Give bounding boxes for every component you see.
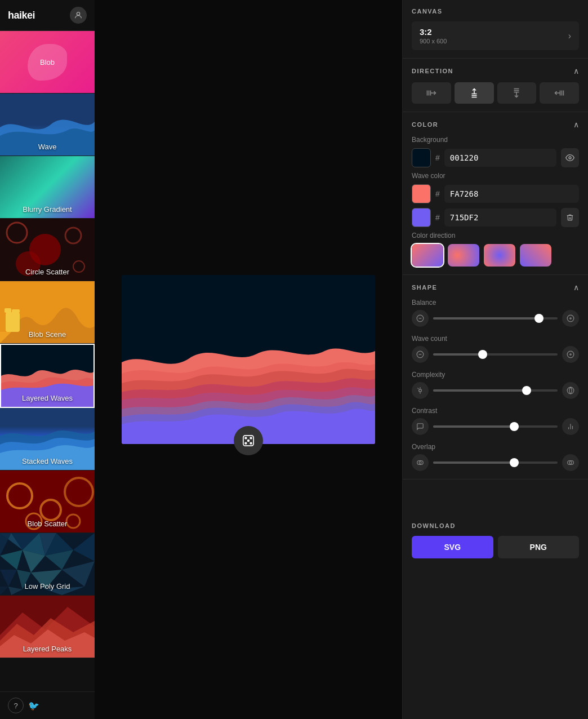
shape-section-title: SHAPE <box>412 284 437 291</box>
app-logo: haikei <box>8 10 35 21</box>
sidebar-item-low-poly-grid[interactable]: Low Poly Grid <box>0 533 95 596</box>
canvas-section-title: CANVAS <box>412 8 443 15</box>
balance-slider[interactable] <box>433 317 558 319</box>
svg-point-10 <box>41 500 61 520</box>
svg-point-37 <box>248 440 250 442</box>
download-svg-button[interactable]: SVG <box>412 536 493 558</box>
contrast-max-icon <box>562 418 579 435</box>
contrast-slider[interactable] <box>433 425 558 428</box>
color-dir-option-4[interactable] <box>520 244 551 267</box>
download-png-button[interactable]: PNG <box>498 536 580 558</box>
user-avatar-button[interactable] <box>70 7 87 24</box>
sidebar-item-blob-scene[interactable]: Blob Scene <box>0 281 95 344</box>
randomize-button[interactable] <box>234 426 263 455</box>
sidebar-item-label-blob-scene: Blob Scene <box>0 330 95 339</box>
preview-svg <box>122 275 375 444</box>
ratio-arrow-icon: › <box>568 31 571 41</box>
svg-marker-23 <box>73 533 95 561</box>
sidebar-item-layered-waves[interactable]: Layered Waves <box>0 344 95 408</box>
direction-up-button[interactable] <box>455 82 494 104</box>
sidebar: haikei Blob Wave B <box>0 0 95 719</box>
svg-point-34 <box>250 437 252 439</box>
sidebar-item-stacked-waves[interactable]: Stacked Waves <box>0 408 95 471</box>
sidebar-item-wave[interactable]: Wave <box>0 94 95 156</box>
color-dir-option-2[interactable] <box>448 244 479 267</box>
twitter-button[interactable]: 🐦 <box>28 698 39 713</box>
balance-slider-container <box>412 310 579 327</box>
contrast-slider-container <box>412 418 579 435</box>
sidebar-item-blob[interactable]: Blob <box>0 31 95 94</box>
sidebar-header: haikei <box>0 0 95 31</box>
sidebar-item-blob-scatter[interactable]: Blob Scatter <box>0 471 95 533</box>
direction-buttons <box>412 82 579 104</box>
svg-point-35 <box>245 442 247 444</box>
balance-min-icon <box>412 310 429 327</box>
wave-color-input-1[interactable] <box>444 185 579 203</box>
shape-section: SHAPE ∧ Balance <box>403 275 588 480</box>
svg-marker-20 <box>0 550 23 570</box>
canvas-ratio-row[interactable]: 3:2 900 x 600 › <box>412 21 579 50</box>
sidebar-item-layered-peaks[interactable]: Layered Peaks <box>0 596 95 658</box>
wave-count-max-button[interactable] <box>562 346 579 363</box>
sidebar-item-label-layered-waves: Layered Waves <box>1 394 93 402</box>
wave-count-min-button[interactable] <box>412 346 429 363</box>
download-title: DOWNLOAD <box>412 522 579 529</box>
complexity-slider[interactable] <box>433 389 558 392</box>
ratio-dims: 900 x 600 <box>420 38 447 45</box>
svg-point-65 <box>419 389 422 392</box>
wave-color-row-2: # <box>412 208 579 227</box>
sidebar-item-label-blurry: Blurry Gradient <box>0 205 95 214</box>
overlap-label: Overlap <box>412 443 579 451</box>
svg-point-33 <box>245 437 247 439</box>
direction-down-button[interactable] <box>497 82 537 104</box>
direction-section: DIRECTION ∧ <box>403 59 588 112</box>
direction-title: DIRECTION <box>412 68 453 74</box>
sidebar-item-label-wave: Wave <box>0 143 95 151</box>
shape-chevron-icon[interactable]: ∧ <box>573 283 579 292</box>
wave-hash-2: # <box>435 213 440 222</box>
overlap-control: Overlap <box>412 443 579 471</box>
sidebar-item-circle-scatter[interactable]: Circle Scatter <box>0 219 95 281</box>
svg-marker-17 <box>0 533 11 556</box>
sidebar-item-label-layered-peaks: Layered Peaks <box>0 645 95 653</box>
complexity-max-icon <box>562 382 579 399</box>
background-color-swatch[interactable] <box>412 148 431 167</box>
wave-color-swatch-2[interactable] <box>412 208 431 227</box>
color-dir-option-1[interactable] <box>412 244 443 267</box>
color-section: COLOR ∧ Background # Wave color # # <box>403 112 588 275</box>
svg-point-54 <box>569 157 571 159</box>
sidebar-footer: ? 🐦 <box>0 691 95 719</box>
wave-count-control: Wave count <box>412 335 579 363</box>
svg-line-68 <box>417 388 418 389</box>
direction-header: DIRECTION ∧ <box>412 66 579 76</box>
download-section: DOWNLOAD SVG PNG <box>403 513 588 567</box>
delete-color-button[interactable] <box>561 208 579 227</box>
sidebar-item-label-low-poly: Low Poly Grid <box>0 582 95 591</box>
direction-chevron-icon[interactable]: ∧ <box>573 66 579 76</box>
canvas-wrapper <box>122 275 375 444</box>
direction-right-button[interactable] <box>412 82 451 104</box>
color-section-title: COLOR <box>412 121 438 128</box>
complexity-control: Complexity <box>412 371 579 399</box>
background-color-input[interactable] <box>444 149 556 167</box>
wave-color-swatch-1[interactable] <box>412 184 431 203</box>
sidebar-item-label-stacked-waves: Stacked Waves <box>0 457 95 465</box>
color-chevron-icon[interactable]: ∧ <box>573 120 579 129</box>
svg-point-3 <box>65 228 81 243</box>
svg-point-9 <box>7 483 32 508</box>
sidebar-items-list: Blob Wave Blurry Gradient <box>0 31 95 691</box>
overlap-slider[interactable] <box>433 461 558 464</box>
wave-count-slider[interactable] <box>433 353 558 356</box>
color-direction-label: Color direction <box>412 232 579 239</box>
canvas-preview <box>122 275 375 444</box>
contrast-control: Contrast <box>412 407 579 435</box>
sidebar-item-label-blob-scatter: Blob Scatter <box>0 520 95 528</box>
background-color-row: # <box>412 148 579 167</box>
color-dir-option-3[interactable] <box>484 244 515 267</box>
sidebar-item-blurry-gradient[interactable]: Blurry Gradient <box>0 156 95 219</box>
eye-toggle-button[interactable] <box>561 148 579 167</box>
help-button[interactable]: ? <box>8 698 24 713</box>
balance-label: Balance <box>412 299 579 307</box>
direction-left-button[interactable] <box>540 82 579 104</box>
wave-color-input-2[interactable] <box>444 208 556 227</box>
